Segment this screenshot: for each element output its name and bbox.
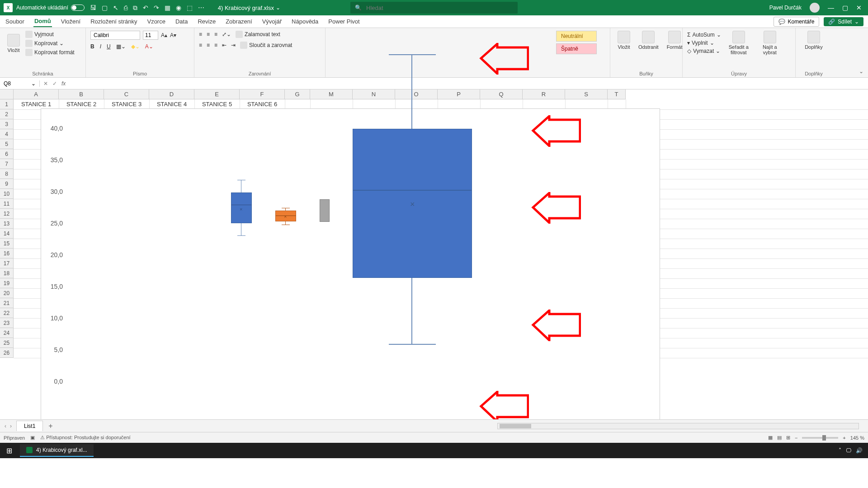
fill-button[interactable]: ▾ Vyplnit ⌄ bbox=[687, 40, 721, 46]
view-layout-button[interactable]: ▤ bbox=[777, 435, 782, 441]
col-header-E[interactable]: E bbox=[194, 89, 240, 99]
row-header-22[interactable]: 22 bbox=[0, 308, 14, 318]
redo-icon[interactable]: ↷ bbox=[154, 4, 159, 11]
search-box[interactable]: 🔍 bbox=[350, 2, 518, 14]
qat-icon-2[interactable]: ◉ bbox=[176, 4, 181, 11]
cursor-icon[interactable]: ↖ bbox=[113, 4, 118, 11]
align-center-button[interactable]: ≡ bbox=[207, 42, 210, 48]
font-size-input[interactable] bbox=[143, 31, 158, 40]
cut-button[interactable]: Vyjmout bbox=[25, 31, 75, 38]
row-header-8[interactable]: 8 bbox=[0, 169, 14, 179]
tab-data[interactable]: Data bbox=[175, 16, 189, 27]
row-header-1[interactable]: 1 bbox=[0, 99, 14, 109]
boxplot-series-1[interactable]: × bbox=[231, 192, 252, 223]
add-sheet-button[interactable]: + bbox=[43, 422, 58, 430]
format-cells-button[interactable]: Formát bbox=[664, 31, 685, 50]
col-header-Q[interactable]: Q bbox=[480, 89, 523, 99]
col-header-B[interactable]: B bbox=[59, 89, 104, 99]
row-header-9[interactable]: 9 bbox=[0, 179, 14, 189]
col-header-D[interactable]: D bbox=[149, 89, 194, 99]
view-pagebreak-button[interactable]: ⊞ bbox=[786, 435, 790, 441]
view-normal-button[interactable]: ▦ bbox=[768, 435, 773, 441]
boxplot-chart[interactable]: 40,035,030,025,020,015,010,05,00,0 × × bbox=[41, 108, 660, 425]
start-button[interactable]: ⊞ bbox=[0, 446, 18, 455]
row-header-5[interactable]: 5 bbox=[0, 139, 14, 149]
share-button[interactable]: 🔗 Sdílet ⌄ bbox=[824, 17, 863, 26]
maximize-button[interactable]: ▢ bbox=[842, 4, 848, 11]
increase-font-button[interactable]: A▴ bbox=[161, 32, 167, 38]
font-color-button[interactable]: A⌄ bbox=[145, 43, 153, 50]
zoom-slider[interactable] bbox=[802, 437, 838, 439]
tab-formulas[interactable]: Vzorce bbox=[146, 16, 166, 27]
qat-more-icon[interactable]: ⋯ bbox=[198, 4, 204, 11]
col-header-T[interactable]: T bbox=[608, 89, 626, 99]
sheet-tab-list1[interactable]: List1 bbox=[16, 421, 43, 431]
user-name[interactable]: Pavel Durčák bbox=[769, 5, 802, 11]
align-bottom-button[interactable]: ≡ bbox=[214, 31, 217, 38]
boxplot-series-3[interactable] bbox=[320, 199, 330, 222]
align-left-button[interactable]: ≡ bbox=[199, 42, 202, 48]
format-painter-button[interactable]: Kopírovat formát bbox=[25, 49, 75, 56]
undo-icon[interactable]: ↶ bbox=[143, 4, 148, 11]
zoom-in-button[interactable]: + bbox=[843, 435, 845, 441]
sheet-next-button[interactable]: › bbox=[10, 423, 12, 429]
underline-button[interactable]: U bbox=[107, 43, 111, 50]
autosum-button[interactable]: Σ AutoSum ⌄ bbox=[687, 32, 721, 38]
row-header-15[interactable]: 15 bbox=[0, 239, 14, 249]
tab-layout[interactable]: Rozložení stránky bbox=[90, 16, 138, 27]
row-header-12[interactable]: 12 bbox=[0, 209, 14, 219]
zoom-out-button[interactable]: − bbox=[795, 435, 797, 441]
row-header-20[interactable]: 20 bbox=[0, 288, 14, 298]
col-header-G[interactable]: G bbox=[285, 89, 310, 99]
col-header-F[interactable]: F bbox=[240, 89, 285, 99]
save-icon[interactable]: 🖫 bbox=[90, 4, 96, 11]
col-header-C[interactable]: C bbox=[104, 89, 149, 99]
col-header-A[interactable]: A bbox=[14, 89, 59, 99]
tab-home[interactable]: Domů bbox=[33, 16, 52, 27]
tab-powerpivot[interactable]: Power Pivot bbox=[327, 16, 360, 27]
align-top-button[interactable]: ≡ bbox=[199, 31, 202, 38]
align-middle-button[interactable]: ≡ bbox=[207, 31, 210, 38]
row-header-21[interactable]: 21 bbox=[0, 298, 14, 308]
new-icon[interactable]: ▢ bbox=[102, 4, 108, 11]
collapse-ribbon-button[interactable]: ⌄ bbox=[859, 68, 863, 75]
italic-button[interactable]: I bbox=[100, 43, 101, 50]
preview-icon[interactable]: ⧉ bbox=[133, 4, 137, 12]
bold-button[interactable]: B bbox=[90, 43, 94, 50]
minimize-button[interactable]: — bbox=[828, 4, 834, 11]
tab-developer[interactable]: Vývojář bbox=[261, 16, 283, 27]
close-button[interactable]: ✕ bbox=[856, 4, 862, 11]
fill-color-button[interactable]: ◆⌄ bbox=[131, 43, 140, 50]
row-header-10[interactable]: 10 bbox=[0, 189, 14, 199]
row-header-26[interactable]: 26 bbox=[0, 348, 14, 358]
clear-button[interactable]: ◇ Vymazat ⌄ bbox=[687, 48, 721, 54]
insert-cells-button[interactable]: Vložit bbox=[615, 31, 633, 50]
row-header-2[interactable]: 2 bbox=[0, 109, 14, 119]
system-tray[interactable]: ˄ 🖵 🔊 bbox=[839, 447, 868, 454]
paste-button[interactable]: Vložit bbox=[5, 34, 23, 53]
decrease-font-button[interactable]: A▾ bbox=[170, 32, 176, 38]
row-header-6[interactable]: 6 bbox=[0, 149, 14, 159]
namebox-dropdown-icon[interactable]: ⌄ bbox=[31, 80, 36, 87]
tab-view[interactable]: Zobrazení bbox=[225, 16, 253, 27]
row-header-11[interactable]: 11 bbox=[0, 199, 14, 209]
row-header-4[interactable]: 4 bbox=[0, 129, 14, 139]
avatar[interactable] bbox=[810, 3, 820, 13]
horizontal-scrollbar[interactable] bbox=[497, 423, 859, 429]
tab-file[interactable]: Soubor bbox=[5, 16, 25, 27]
title-dropdown-icon[interactable]: ⌄ bbox=[276, 5, 280, 11]
font-name-input[interactable] bbox=[90, 31, 140, 40]
addins-button[interactable]: Doplňky bbox=[800, 31, 827, 50]
col-header-P[interactable]: P bbox=[438, 89, 480, 99]
row-header-25[interactable]: 25 bbox=[0, 338, 14, 348]
col-header-O[interactable]: O bbox=[395, 89, 438, 99]
row-header-19[interactable]: 19 bbox=[0, 278, 14, 288]
accessibility-status[interactable]: ⚠ Přístupnost: Prostudujte si doporučení bbox=[40, 435, 131, 441]
row-header-14[interactable]: 14 bbox=[0, 229, 14, 239]
align-right-button[interactable]: ≡ bbox=[214, 42, 217, 48]
style-neutral[interactable]: Neutrální bbox=[556, 31, 597, 42]
orientation-button[interactable]: ⤢⌄ bbox=[222, 31, 231, 38]
qat-icon-3[interactable]: ⬚ bbox=[187, 4, 193, 11]
row-header-3[interactable]: 3 bbox=[0, 119, 14, 129]
sort-filter-button[interactable]: Seřadit a filtrovat bbox=[724, 31, 754, 55]
